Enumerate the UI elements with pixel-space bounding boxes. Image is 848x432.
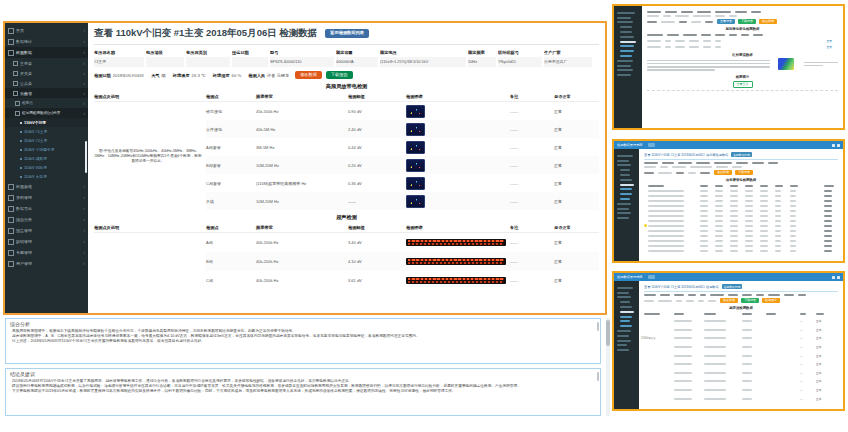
sidebar-item[interactable]: 检测数据 ‹ — [5, 47, 88, 58]
view-link[interactable]: 查看 — [826, 45, 832, 49]
back-badge[interactable]: 返回数据列表 — [722, 284, 743, 289]
info-value: 40000kVA — [336, 57, 378, 67]
text-bar — [700, 220, 708, 222]
row-action[interactable] — [824, 249, 838, 253]
sidebar-item[interactable]: 报告管理 ‹ — [5, 225, 88, 236]
sidebar-item[interactable]: 110kV 鸡街变 — [5, 163, 88, 172]
ultrasonic-waveform-thumbnail[interactable] — [406, 258, 506, 266]
sidebar-item-label: 数据统计 — [16, 39, 32, 44]
menu-icon — [13, 91, 18, 96]
view-link[interactable]: 查看 — [826, 39, 832, 43]
row-action[interactable] — [824, 224, 838, 228]
text-bar — [745, 215, 753, 217]
chevron-left-icon: ‹ — [84, 39, 86, 44]
row-action[interactable] — [824, 189, 838, 193]
text-bar — [775, 215, 781, 217]
sidebar-item[interactable]: 110kV 大屯变 — [5, 172, 88, 181]
window-control-icon[interactable] — [837, 276, 840, 279]
edit-data-button[interactable]: 修改数据 — [295, 71, 322, 79]
row-cell — [700, 249, 715, 253]
collapse-icon[interactable]: ︿ — [592, 321, 596, 326]
mini-button[interactable]: 修改数据 — [714, 170, 732, 175]
row-action[interactable] — [824, 194, 838, 198]
row-action[interactable] — [824, 234, 838, 238]
row-name — [644, 194, 700, 198]
collapse-icon[interactable]: ︿ — [592, 371, 596, 376]
row-action[interactable] — [824, 214, 838, 218]
ultrasonic-waveform-thumbnail[interactable] — [406, 277, 506, 285]
sidebar-item[interactable]: 110kV #1主变 — [5, 127, 88, 136]
page-scrollbar-track[interactable] — [606, 318, 610, 416]
text-bar — [751, 11, 761, 13]
infrared-image-thumbnail[interactable] — [778, 58, 794, 70]
row-amp — [742, 362, 766, 366]
sidebar-item[interactable]: 检测点 ‹ — [5, 98, 88, 108]
sidebar-scrollbar-thumb[interactable] — [85, 141, 87, 173]
mini-button[interactable]: 下载报告 — [738, 19, 756, 24]
sidebar-item[interactable]: 开关类 ‹ — [5, 68, 88, 78]
sidebar-item[interactable]: 专题管理 ‹ — [5, 247, 88, 258]
mini-button[interactable]: 查看报告 — [717, 19, 735, 24]
ultrasonic-waveform-thumbnail[interactable] — [406, 239, 506, 247]
spectrum-thumbnail[interactable] — [406, 141, 425, 154]
sidebar-item[interactable]: 云南省 ‹ — [5, 88, 88, 98]
sidebar-item[interactable]: 数据统计 ‹ — [5, 36, 88, 47]
spectrum-thumbnail[interactable] — [406, 159, 425, 172]
sidebar-item[interactable]: 110kV #2主变 — [5, 136, 88, 145]
spectrum-thumbnail[interactable] — [406, 177, 425, 190]
row-cell — [730, 229, 745, 233]
row-action[interactable] — [824, 199, 838, 203]
browser-tab[interactable] — [648, 143, 655, 147]
mini-screenshot-1: 查看报告下载报告修改数据 局部放电带电检测数据 — [612, 4, 845, 130]
row-cell — [730, 249, 745, 253]
text-bar — [745, 200, 753, 202]
sidebar-item[interactable]: 首页 ‹ — [5, 25, 88, 36]
us-map-cell — [406, 277, 510, 285]
row-action[interactable] — [824, 204, 838, 208]
view-more-link[interactable]: 查看更多 — [733, 81, 753, 88]
spectrum-thumbnail[interactable] — [406, 123, 425, 136]
browser-tab[interactable] — [648, 275, 655, 279]
row-cell — [760, 199, 775, 203]
panel-scrollbar-thumb[interactable] — [597, 322, 599, 331]
back-badge[interactable]: 返回数据列表 — [731, 152, 752, 157]
sidebar-item[interactable]: 数据导出 ‹ — [5, 203, 88, 214]
back-to-list-button[interactable]: 返回检测数据列表 — [325, 29, 369, 37]
download-report-button[interactable]: 下载报告 — [326, 71, 353, 79]
page-scrollbar-thumb[interactable] — [606, 320, 610, 346]
row-action[interactable] — [824, 219, 838, 223]
us-section-title: 超声检测 — [94, 214, 599, 221]
row-action[interactable] — [824, 244, 838, 248]
sidebar-item[interactable]: 110kV 城郊变 — [5, 154, 88, 163]
row-action[interactable] — [824, 209, 838, 213]
sidebar-item[interactable]: 资料管理 ‹ — [5, 192, 88, 203]
mini-button[interactable]: 检测照片 — [762, 298, 780, 303]
sidebar-item[interactable]: 综合分析 ‹ — [5, 214, 88, 225]
sidebar-item[interactable]: 用户管理 ‹ — [5, 258, 88, 269]
text-bar — [768, 162, 778, 164]
mini-button[interactable]: 下载报告 — [741, 298, 759, 303]
sidebar-item[interactable]: 检测标准 ‹ — [5, 181, 88, 192]
sidebar-item[interactable]: 公共类 ‹ — [5, 78, 88, 88]
spectrum-thumbnail[interactable] — [406, 105, 425, 118]
sidebar-item[interactable]: 缺陷管理 ‹ — [5, 236, 88, 247]
row-action[interactable] — [824, 229, 838, 233]
mini3-table-row: — 正常 — [644, 343, 838, 352]
sidebar-item[interactable]: 红河局检测数据(云)分类 ‹ — [5, 108, 88, 118]
panel-scrollbar-thumb[interactable] — [597, 372, 599, 381]
sidebar-item-label: 综合分析 — [16, 217, 32, 222]
window-control-icon[interactable] — [837, 144, 840, 147]
row-action[interactable] — [824, 239, 838, 243]
mini-button[interactable]: 下载报告 — [735, 170, 753, 175]
text-bar — [617, 12, 635, 14]
row-cell — [775, 224, 790, 228]
mini-button[interactable]: 修改数据 — [720, 298, 738, 303]
window-control-icon[interactable] — [832, 276, 835, 279]
sidebar-item[interactable]: 110kV 个旧牵引变 — [5, 145, 88, 154]
sidebar-item[interactable]: 110kV个旧变 — [5, 118, 88, 127]
window-control-icon[interactable] — [832, 144, 835, 147]
spectrum-thumbnail[interactable] — [406, 195, 425, 208]
sidebar-item[interactable]: 主变类 ‹ — [5, 58, 88, 68]
text-bar — [715, 40, 721, 42]
mini-button[interactable]: 修改数据 — [759, 19, 777, 24]
